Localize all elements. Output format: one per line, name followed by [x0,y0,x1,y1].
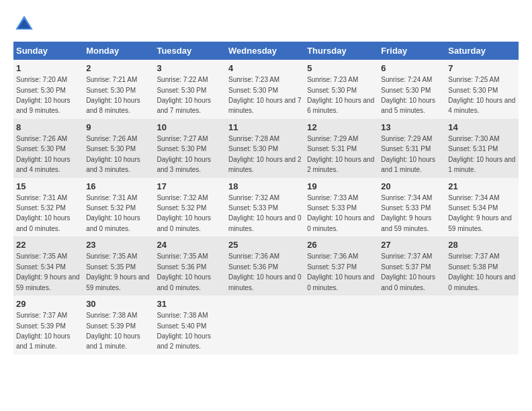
daylight-info: Daylight: 10 hours and 7 minutes. [228,97,301,114]
day-number: 22 [16,239,81,251]
daylight-info: Daylight: 10 hours and 4 minutes. [16,156,71,173]
day-number: 31 [157,298,223,310]
sunrise-info: Sunrise: 7:31 AM [86,194,137,201]
daylight-info: Daylight: 10 hours and 0 minutes. [307,273,374,291]
sunset-info: Sunset: 5:36 PM [228,263,278,271]
sunrise-info: Sunrise: 7:35 AM [16,253,67,260]
sunrise-info: Sunrise: 7:35 AM [86,253,137,260]
daylight-info: Daylight: 10 hours and 0 minutes. [157,214,211,232]
sunset-info: Sunset: 5:30 PM [228,87,278,94]
calendar-cell [304,295,378,355]
calendar-table: SundayMondayTuesdayWednesdayThursdayFrid… [13,42,519,355]
sunrise-info: Sunrise: 7:29 AM [381,135,432,142]
calendar-week-row: 15Sunrise: 7:31 AMSunset: 5:32 PMDayligh… [13,178,519,237]
calendar-cell: 21Sunrise: 7:34 AMSunset: 5:34 PMDayligh… [445,178,519,237]
sunrise-info: Sunrise: 7:20 AM [16,76,67,83]
daylight-info: Daylight: 10 hours and 1 minute. [86,332,140,350]
calendar-cell: 7Sunrise: 7:25 AMSunset: 5:30 PMDaylight… [445,60,519,119]
calendar-cell: 1Sunrise: 7:20 AMSunset: 5:30 PMDaylight… [13,60,83,119]
day-number: 24 [157,239,223,251]
sunset-info: Sunset: 5:30 PM [381,87,431,94]
day-number: 11 [228,122,302,134]
column-header-friday: Friday [378,42,445,60]
sunset-info: Sunset: 5:34 PM [16,263,66,271]
day-number: 18 [228,181,302,193]
sunrise-info: Sunrise: 7:21 AM [86,76,137,83]
calendar-cell: 18Sunrise: 7:32 AMSunset: 5:33 PMDayligh… [226,178,304,237]
calendar-cell: 26Sunrise: 7:36 AMSunset: 5:37 PMDayligh… [304,236,378,295]
calendar-week-row: 22Sunrise: 7:35 AMSunset: 5:34 PMDayligh… [13,236,519,295]
sunset-info: Sunset: 5:30 PM [16,145,66,152]
sunrise-info: Sunrise: 7:31 AM [16,194,67,201]
day-number: 26 [307,239,375,251]
daylight-info: Daylight: 10 hours and 8 minutes. [86,97,140,114]
daylight-info: Daylight: 10 hours and 0 minutes. [86,214,140,232]
daylight-info: Daylight: 10 hours and 1 minute. [16,332,71,350]
calendar-cell: 29Sunrise: 7:37 AMSunset: 5:39 PMDayligh… [13,295,83,355]
day-number: 13 [381,122,443,134]
logo-icon [13,13,35,35]
sunrise-info: Sunrise: 7:25 AM [448,76,499,83]
daylight-info: Daylight: 10 hours and 2 minutes. [307,156,374,173]
sunset-info: Sunset: 5:31 PM [381,145,431,152]
column-header-thursday: Thursday [304,42,378,60]
day-number: 23 [86,239,151,251]
calendar-cell: 14Sunrise: 7:30 AMSunset: 5:31 PMDayligh… [445,119,519,178]
sunrise-info: Sunrise: 7:28 AM [228,135,279,142]
day-number: 28 [448,239,516,251]
day-number: 2 [86,62,151,75]
daylight-info: Daylight: 10 hours and 1 minute. [448,156,515,173]
calendar-cell: 22Sunrise: 7:35 AMSunset: 5:34 PMDayligh… [13,236,83,295]
calendar-cell: 28Sunrise: 7:37 AMSunset: 5:38 PMDayligh… [445,236,519,295]
sunrise-info: Sunrise: 7:26 AM [86,135,137,142]
daylight-info: Daylight: 9 hours and 59 minutes. [16,273,80,291]
sunrise-info: Sunrise: 7:24 AM [381,76,432,83]
sunset-info: Sunset: 5:37 PM [307,263,357,271]
daylight-info: Daylight: 10 hours and 6 minutes. [307,97,374,114]
sunrise-info: Sunrise: 7:23 AM [228,76,279,83]
sunrise-info: Sunrise: 7:33 AM [307,194,358,201]
daylight-info: Daylight: 10 hours and 2 minutes. [228,156,301,173]
day-number: 3 [157,62,223,75]
sunset-info: Sunset: 5:32 PM [157,204,206,212]
column-header-saturday: Saturday [445,42,519,60]
sunrise-info: Sunrise: 7:27 AM [157,135,208,142]
column-header-monday: Monday [83,42,154,60]
sunset-info: Sunset: 5:34 PM [448,204,498,212]
daylight-info: Daylight: 10 hours and 0 minutes. [381,273,435,291]
page-header [13,13,519,35]
calendar-cell: 2Sunrise: 7:21 AMSunset: 5:30 PMDaylight… [83,60,154,119]
column-header-sunday: Sunday [13,42,83,60]
sunset-info: Sunset: 5:30 PM [86,87,136,94]
calendar-week-row: 1Sunrise: 7:20 AMSunset: 5:30 PMDaylight… [13,60,519,119]
logo [13,13,38,35]
calendar-cell: 27Sunrise: 7:37 AMSunset: 5:37 PMDayligh… [378,236,445,295]
calendar-cell: 23Sunrise: 7:35 AMSunset: 5:35 PMDayligh… [83,236,154,295]
sunrise-info: Sunrise: 7:26 AM [16,135,67,142]
sunset-info: Sunset: 5:30 PM [157,87,206,94]
sunset-info: Sunset: 5:30 PM [228,145,278,152]
day-number: 30 [86,298,151,310]
sunrise-info: Sunrise: 7:37 AM [448,253,499,260]
calendar-cell: 31Sunrise: 7:38 AMSunset: 5:40 PMDayligh… [154,295,226,355]
sunset-info: Sunset: 5:38 PM [448,263,498,271]
sunrise-info: Sunrise: 7:38 AM [86,312,137,319]
day-number: 15 [16,181,81,193]
daylight-info: Daylight: 9 hours and 59 minutes. [448,214,512,232]
calendar-cell: 30Sunrise: 7:38 AMSunset: 5:39 PMDayligh… [83,295,154,355]
daylight-info: Daylight: 10 hours and 3 minutes. [157,156,211,173]
day-number: 9 [86,122,151,134]
calendar-cell: 4Sunrise: 7:23 AMSunset: 5:30 PMDaylight… [226,60,304,119]
calendar-cell: 8Sunrise: 7:26 AMSunset: 5:30 PMDaylight… [13,119,83,178]
calendar-cell: 20Sunrise: 7:34 AMSunset: 5:33 PMDayligh… [378,178,445,237]
calendar-cell [445,295,519,355]
daylight-info: Daylight: 10 hours and 0 minutes. [157,273,211,291]
sunset-info: Sunset: 5:31 PM [448,145,498,152]
calendar-cell: 10Sunrise: 7:27 AMSunset: 5:30 PMDayligh… [154,119,226,178]
calendar-cell: 13Sunrise: 7:29 AMSunset: 5:31 PMDayligh… [378,119,445,178]
daylight-info: Daylight: 10 hours and 0 minutes. [228,273,301,291]
sunset-info: Sunset: 5:36 PM [157,263,206,271]
sunrise-info: Sunrise: 7:34 AM [381,194,432,201]
daylight-info: Daylight: 10 hours and 0 minutes. [228,214,301,232]
daylight-info: Daylight: 10 hours and 9 minutes. [16,97,71,114]
